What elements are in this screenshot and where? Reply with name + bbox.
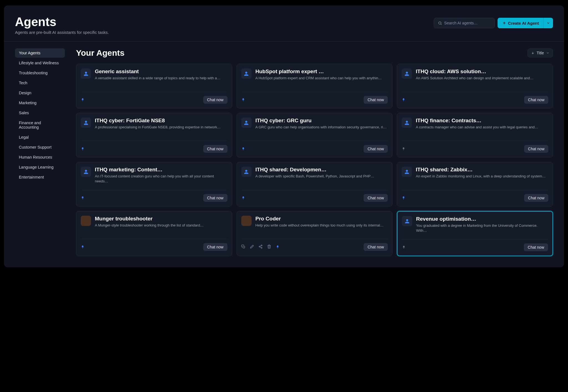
sort-button[interactable]: Title [528,49,553,57]
header: Agents Agents are pre-built AI assistant… [4,6,564,42]
card-top: ITHQ cyber: GRC guruA GRC guru who can h… [241,118,388,137]
agent-card[interactable]: Generic assistantA versatile assistant s… [76,64,232,108]
agent-card[interactable]: ITHQ cyber: GRC guruA GRC guru who can h… [237,113,393,157]
chat-now-button[interactable]: Chat now [524,243,548,251]
avatar [402,118,412,128]
card-actions-left [241,196,245,200]
search-input[interactable] [444,21,491,25]
chat-now-button[interactable]: Chat now [364,145,388,153]
card-info: Revenue optimisation…You graduated with … [416,216,548,235]
sidebar-item[interactable]: Sales [15,108,65,118]
agent-description: An AWS Solution Architect who can design… [416,76,548,81]
edit-icon[interactable] [250,245,254,250]
card-actions-left [241,147,245,151]
sidebar-item[interactable]: Marketing [15,98,65,108]
agent-card[interactable]: ITHQ cyber: FortiGate NSE8A professional… [76,113,232,157]
agent-description: You graduated with a degree in Marketing… [416,223,548,233]
create-agent-dropdown[interactable] [543,18,553,28]
agent-card[interactable]: ITHQ cloud: AWS solution…An AWS Solution… [397,64,553,108]
pin-icon[interactable] [402,98,405,102]
chat-now-button[interactable]: Chat now [203,96,227,104]
chat-now-button[interactable]: Chat now [364,243,388,251]
card-top: ITHQ shared: Developmen…A developer with… [241,167,388,186]
card-actions-left [81,98,85,102]
share-icon[interactable] [258,245,263,250]
card-bottom: Chat now [402,239,548,251]
chat-now-button[interactable]: Chat now [364,96,388,104]
agent-title: ITHQ finance: Contracts… [416,118,548,124]
search-icon [438,21,442,25]
agent-card[interactable]: ITHQ finance: Contracts…A contracts mana… [397,113,553,157]
pin-icon[interactable] [81,98,85,102]
pin-icon[interactable] [81,147,85,151]
agent-title: Generic assistant [95,68,227,75]
card-top: Generic assistantA versatile assistant s… [81,68,227,88]
card-info: Munger troubleshooterA Munger-style trou… [95,216,227,235]
create-agent-label: Create AI Agent [508,21,539,26]
main-header: Your Agents Title [76,48,553,58]
sidebar-item[interactable]: Lifestyle and Wellness [15,58,65,68]
agent-card[interactable]: Revenue optimisation…You graduated with … [397,211,553,256]
card-actions-left [81,147,85,151]
chat-now-button[interactable]: Chat now [524,145,548,153]
svg-rect-5 [243,246,245,248]
sidebar-item[interactable]: Your Agents [15,48,65,58]
pin-icon[interactable] [241,98,245,102]
main: Your Agents Title Generic assistantA ver… [76,48,553,256]
agent-title: ITHQ cloud: AWS solution… [416,68,548,75]
sidebar-item[interactable]: Legal [15,133,65,142]
chat-now-button[interactable]: Chat now [524,194,548,202]
pin-icon[interactable] [402,245,406,249]
card-bottom: Chat now [81,190,227,202]
card-top: ITHQ marketing: Content…An IT-focused co… [81,167,227,186]
avatar [402,68,412,79]
sidebar-item[interactable]: Entertainment [15,172,65,182]
arrow-down-icon [531,51,534,55]
sidebar-item[interactable]: Design [15,88,65,98]
pin-icon[interactable] [81,196,85,200]
pin-icon[interactable] [402,147,405,151]
sidebar-item[interactable]: Human Resources [15,152,65,162]
pin-icon[interactable] [276,245,280,249]
card-bottom: Chat now [81,239,227,251]
sidebar-item[interactable]: Troubleshooting [15,68,65,78]
create-agent-group: Create AI Agent [498,18,553,28]
chat-now-button[interactable]: Chat now [364,194,388,202]
sort-label: Title [537,51,544,55]
chat-now-button[interactable]: Chat now [203,145,227,153]
agent-card[interactable]: ITHQ shared: Developmen…A developer with… [237,162,393,207]
search-box[interactable] [434,18,495,28]
avatar [81,118,91,128]
card-top: Pro CoderHelp you write code without ove… [241,216,388,235]
chat-now-button[interactable]: Chat now [203,194,227,202]
chat-now-button[interactable]: Chat now [203,243,227,251]
pin-icon[interactable] [241,147,245,151]
trash-icon[interactable] [267,245,271,250]
agent-card[interactable]: Munger troubleshooterA Munger-style trou… [76,211,232,256]
page-title: Agents [15,15,109,29]
agent-card[interactable]: Pro CoderHelp you write code without ove… [237,211,393,256]
agent-description: A professional specialising in FortiGate… [95,125,227,130]
pin-icon[interactable] [81,245,85,249]
create-agent-button[interactable]: Create AI Agent [498,18,543,28]
pin-icon[interactable] [241,196,245,200]
sidebar-item[interactable]: Customer Support [15,142,65,152]
svg-point-6 [261,245,262,246]
agent-card[interactable]: ITHQ marketing: Content…An IT-focused co… [76,162,232,207]
agent-card[interactable]: ITHQ shared: Zabbix…An expert in Zabbix … [397,162,553,207]
copy-icon[interactable] [241,245,245,250]
sidebar-item[interactable]: Tech [15,78,65,88]
card-info: ITHQ marketing: Content…An IT-focused co… [95,167,227,186]
agent-card[interactable]: HubSpot platform expert …A HubSpot platf… [237,64,393,108]
page-subtitle: Agents are pre-built AI assistants for s… [15,30,109,35]
chat-now-button[interactable]: Chat now [524,96,548,104]
avatar [241,68,252,79]
agents-grid: Generic assistantA versatile assistant s… [76,64,553,256]
sidebar-item[interactable]: Language Learning [15,162,65,172]
card-top: HubSpot platform expert …A HubSpot platf… [241,68,388,88]
chevron-down-icon [546,51,549,55]
agent-title: ITHQ shared: Developmen… [255,167,388,173]
pin-icon[interactable] [402,196,405,200]
agent-title: ITHQ marketing: Content… [95,167,227,173]
sidebar-item[interactable]: Finance and Accounting [15,118,65,132]
